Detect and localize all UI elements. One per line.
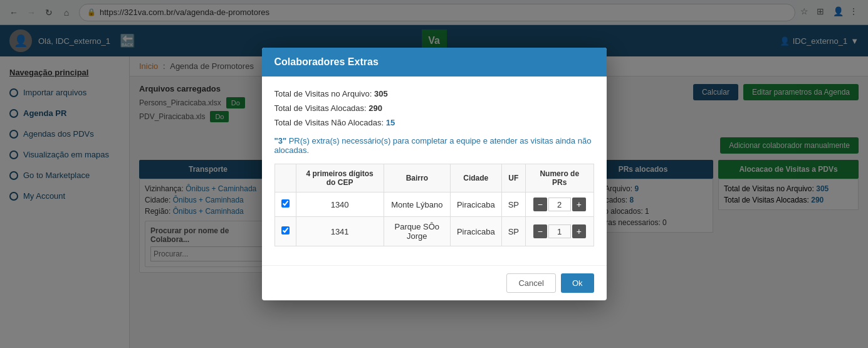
row2-checkbox[interactable] <box>281 226 290 235</box>
row1-prs-value: 2 <box>548 198 571 211</box>
modal-title: Colaboradores Extras <box>275 56 379 67</box>
modal-message: "3" PR(s) extra(s) necessário(s) para co… <box>275 136 594 155</box>
ok-button[interactable]: Ok <box>561 273 594 293</box>
col-cidade: Cidade <box>450 164 501 192</box>
col-uf: UF <box>501 164 525 192</box>
modal-stat-1: Total de Visitas no Arquivo: 305 <box>275 89 594 98</box>
modal-message-text: PR(s) extra(s) necessário(s) para comple… <box>275 136 592 155</box>
row2-checkbox-cell <box>275 217 296 246</box>
table-row: 1341 Parque SÔo Jorge Piracicaba SP − 1 … <box>275 217 593 246</box>
modal: Colaboradores Extras Total de Visitas no… <box>262 48 607 300</box>
modal-footer: Cancel Ok <box>262 265 607 300</box>
row2-increment-button[interactable]: + <box>572 224 586 238</box>
row2-cidade: Piracicaba <box>450 217 501 246</box>
row1-checkbox[interactable] <box>281 199 290 208</box>
row1-cep: 1340 <box>296 192 384 217</box>
row2-prs-cell: − 1 + <box>525 217 593 246</box>
row2-cep: 1341 <box>296 217 384 246</box>
modal-header: Colaboradores Extras <box>262 48 607 76</box>
modal-stat2-val: 290 <box>369 103 382 113</box>
col-prs: Numero de PRs <box>525 164 593 192</box>
cancel-button[interactable]: Cancel <box>506 273 555 293</box>
row1-increment-button[interactable]: + <box>572 198 586 211</box>
modal-stat1-label: Total de Visitas no Arquivo: <box>275 89 372 98</box>
row2-stepper: − 1 + <box>532 224 587 238</box>
row1-stepper: − 2 + <box>532 198 587 211</box>
modal-table: 4 primeiros dígitos do CEP Bairro Cidade… <box>275 164 594 246</box>
row1-bairro: Monte Lýbano <box>384 192 450 217</box>
row2-bairro: Parque SÔo Jorge <box>384 217 450 246</box>
row1-prs-cell: − 2 + <box>525 192 593 217</box>
row1-uf: SP <box>501 192 525 217</box>
modal-stat3-label: Total de Visitas Não Alocadas: <box>275 118 384 127</box>
row2-decrement-button[interactable]: − <box>533 224 547 238</box>
table-row: 1340 Monte Lýbano Piracicaba SP − 2 + <box>275 192 593 217</box>
modal-table-header-row: 4 primeiros dígitos do CEP Bairro Cidade… <box>275 164 593 192</box>
row1-checkbox-cell <box>275 192 296 217</box>
modal-stat-2: Total de Visitas Alocadas: 290 <box>275 103 594 113</box>
modal-stat1-val: 305 <box>374 89 388 98</box>
row2-uf: SP <box>501 217 525 246</box>
row1-cidade: Piracicaba <box>450 192 501 217</box>
row1-decrement-button[interactable]: − <box>533 198 547 211</box>
modal-body: Total de Visitas no Arquivo: 305 Total d… <box>262 76 607 265</box>
col-cep: 4 primeiros dígitos do CEP <box>296 164 384 192</box>
modal-overlay: Colaboradores Extras Total de Visitas no… <box>0 0 868 348</box>
modal-stat3-val: 15 <box>386 118 395 127</box>
col-bairro: Bairro <box>384 164 450 192</box>
col-checkbox <box>275 164 296 192</box>
modal-message-number: "3" <box>275 136 287 145</box>
modal-stat2-label: Total de Visitas Alocadas: <box>275 103 367 113</box>
modal-stat-3: Total de Visitas Não Alocadas: 15 <box>275 118 594 127</box>
row2-prs-value: 1 <box>548 224 571 238</box>
